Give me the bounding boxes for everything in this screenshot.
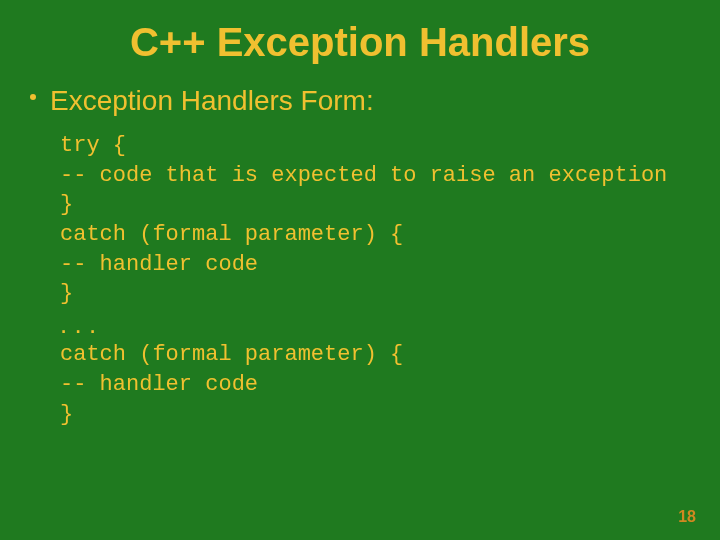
slide-title: C++ Exception Handlers xyxy=(0,0,720,85)
ellipsis: . . . xyxy=(30,309,700,340)
bullet-item: Exception Handlers Form: xyxy=(30,85,700,117)
bullet-text: Exception Handlers Form: xyxy=(50,85,374,117)
code-block-1: try { -- code that is expected to raise … xyxy=(30,131,700,309)
page-number: 18 xyxy=(678,508,696,526)
code-block-2: catch (formal parameter) { -- handler co… xyxy=(30,340,700,429)
slide: C++ Exception Handlers Exception Handler… xyxy=(0,0,720,540)
bullet-icon xyxy=(30,94,36,100)
slide-body: Exception Handlers Form: try { -- code t… xyxy=(0,85,720,429)
